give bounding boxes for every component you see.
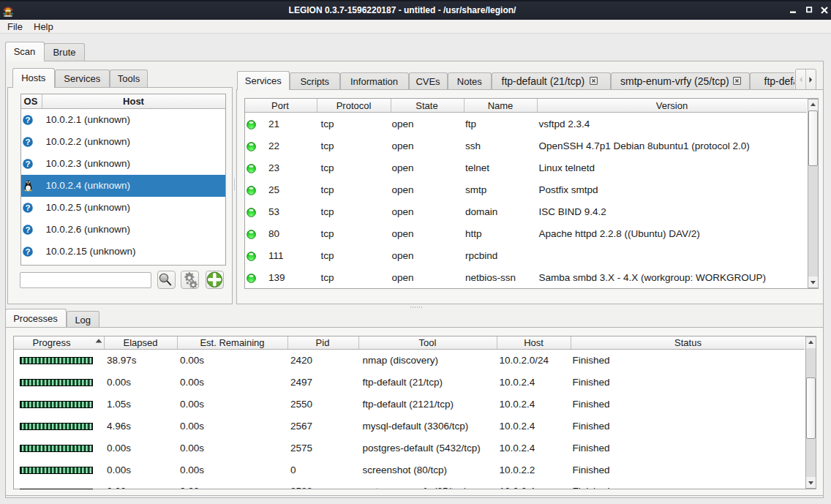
svg-text:?: ?	[25, 116, 30, 124]
svg-text:?: ?	[25, 225, 30, 234]
svg-text:?: ?	[25, 247, 30, 256]
svg-text:?: ?	[25, 138, 30, 146]
svg-text:?: ?	[25, 203, 30, 212]
svg-text:?: ?	[25, 159, 30, 168]
